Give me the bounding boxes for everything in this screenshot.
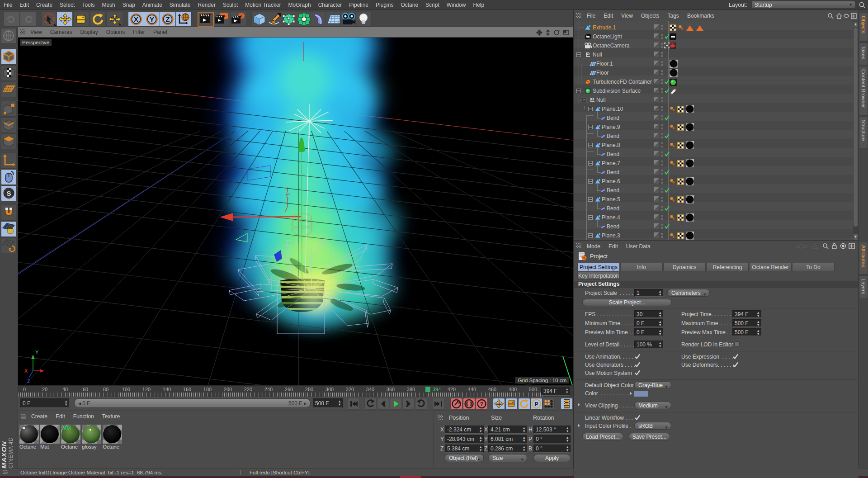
svg-text:?: ? bbox=[480, 401, 484, 407]
svg-text:X: X bbox=[134, 15, 138, 23]
svg-text:P: P bbox=[534, 401, 538, 407]
svg-text:Z: Z bbox=[165, 15, 170, 23]
svg-text:Y: Y bbox=[150, 15, 154, 23]
svg-text:S: S bbox=[6, 189, 11, 197]
svg-text:Y: Y bbox=[35, 350, 39, 355]
svg-text:Z: Z bbox=[27, 379, 30, 384]
svg-text:X: X bbox=[24, 368, 28, 374]
